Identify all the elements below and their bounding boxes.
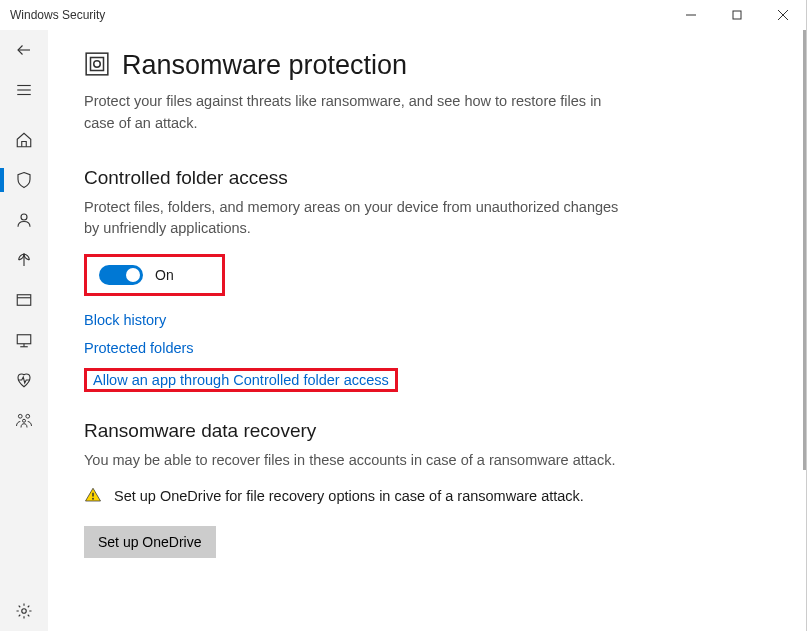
- page-title: Ransomware protection: [122, 50, 407, 81]
- main-content: Ransomware protection Protect your files…: [48, 30, 806, 631]
- page-subtitle: Protect your files against threats like …: [84, 91, 624, 135]
- link-allow-app[interactable]: Allow an app through Controlled folder a…: [93, 372, 389, 388]
- svg-rect-10: [17, 295, 31, 306]
- setup-onedrive-button[interactable]: Set up OneDrive: [84, 526, 216, 558]
- annotation-highlight-allow-link: Allow an app through Controlled folder a…: [84, 368, 398, 392]
- svg-rect-19: [86, 53, 108, 75]
- scrollbar[interactable]: [803, 30, 806, 470]
- maximize-button[interactable]: [714, 0, 760, 30]
- cfa-title: Controlled folder access: [84, 167, 776, 189]
- svg-point-23: [92, 498, 94, 500]
- svg-point-15: [18, 414, 22, 418]
- annotation-highlight-toggle: On: [84, 254, 225, 296]
- svg-rect-1: [733, 11, 741, 19]
- nav-performance[interactable]: [0, 360, 48, 400]
- nav-device-security[interactable]: [0, 320, 48, 360]
- title-bar: Windows Security: [0, 0, 806, 30]
- nav-virus-threat[interactable]: [0, 160, 48, 200]
- recovery-desc: You may be able to recover files in thes…: [84, 450, 624, 472]
- back-button[interactable]: [0, 30, 48, 70]
- svg-point-8: [21, 214, 27, 220]
- svg-rect-12: [17, 335, 31, 344]
- window-controls: [668, 0, 806, 30]
- svg-point-16: [26, 414, 30, 418]
- cfa-toggle-label: On: [155, 267, 174, 283]
- recovery-warning: Set up OneDrive for file recovery option…: [114, 486, 584, 508]
- svg-rect-20: [91, 58, 104, 71]
- warning-icon: [84, 486, 102, 508]
- nav-firewall[interactable]: [0, 240, 48, 280]
- recovery-title: Ransomware data recovery: [84, 420, 776, 442]
- nav-home[interactable]: [0, 120, 48, 160]
- svg-point-21: [94, 61, 101, 68]
- ransomware-icon: [84, 51, 110, 80]
- close-button[interactable]: [760, 0, 806, 30]
- nav-app-browser[interactable]: [0, 280, 48, 320]
- nav-account[interactable]: [0, 200, 48, 240]
- cfa-toggle[interactable]: [99, 265, 143, 285]
- link-protected-folders[interactable]: Protected folders: [84, 340, 776, 356]
- nav-rail: [0, 30, 48, 631]
- svg-point-17: [23, 419, 26, 422]
- nav-family[interactable]: [0, 400, 48, 440]
- nav-settings[interactable]: [0, 591, 48, 631]
- window-title: Windows Security: [10, 8, 105, 22]
- menu-button[interactable]: [0, 70, 48, 110]
- link-block-history[interactable]: Block history: [84, 312, 776, 328]
- svg-point-18: [22, 609, 27, 614]
- cfa-desc: Protect files, folders, and memory areas…: [84, 197, 624, 241]
- minimize-button[interactable]: [668, 0, 714, 30]
